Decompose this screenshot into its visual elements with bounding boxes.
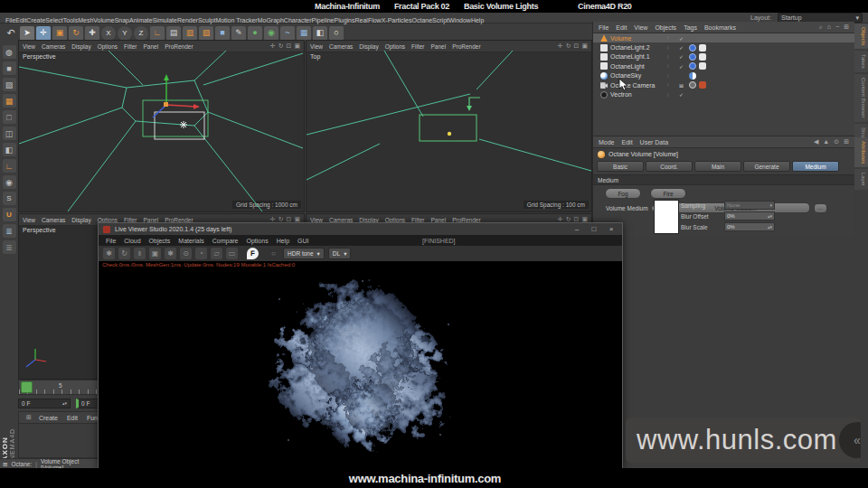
render-view-icon[interactable]: ▤: [166, 26, 181, 41]
lock-z-icon[interactable]: Z: [134, 26, 148, 41]
menu-item[interactable]: Volume: [93, 17, 114, 23]
object-row[interactable]: Octane Camera ⁞ ⊠: [593, 80, 854, 89]
camera-tool-icon[interactable]: ◧: [313, 26, 327, 41]
object-row[interactable]: OctaneLight ⁞ ✓: [593, 61, 854, 70]
enable-check[interactable]: ✓: [679, 91, 684, 98]
panel-icon[interactable]: ⊞: [844, 138, 849, 145]
fog-button[interactable]: Fog: [605, 188, 641, 199]
lv-copy-icon[interactable]: ▱: [211, 248, 222, 259]
orbit-icon[interactable]: ↻: [566, 42, 571, 50]
enable-check[interactable]: ✓: [679, 35, 684, 42]
layer-dots[interactable]: ⁞: [667, 82, 670, 88]
move-tool-icon[interactable]: ✛: [36, 26, 51, 41]
layer-dots[interactable]: ⁞: [667, 54, 670, 60]
object-tag[interactable]: [689, 44, 696, 52]
lv-menu-item[interactable]: Objects: [149, 238, 171, 244]
live-viewer-title-bar[interactable]: Live Viewer Studio 2020.1.4 (25 days lef…: [99, 223, 622, 235]
viewport-menu-item[interactable]: Cameras: [329, 43, 353, 50]
menu-item[interactable]: Script: [432, 17, 448, 23]
layer-dots[interactable]: ⁞: [667, 73, 670, 79]
minimize-icon[interactable]: −: [835, 23, 839, 31]
make-editable-icon[interactable]: ◍: [3, 45, 16, 59]
viewport-menu-item[interactable]: View: [310, 43, 323, 50]
model-mode-icon[interactable]: ■: [3, 61, 16, 75]
attribute-tab[interactable]: Coord.: [646, 161, 693, 172]
object-row[interactable]: Volume ⁞ ✓: [593, 33, 854, 42]
mm-menu-item[interactable]: Edit: [67, 415, 78, 421]
blur-scale-field[interactable]: 0% ▴▾: [724, 222, 775, 231]
render-picture-icon[interactable]: ▥: [183, 26, 197, 41]
panel-icon[interactable]: ⊞: [844, 23, 849, 31]
panel-tab[interactable]: Content Browser: [854, 74, 868, 122]
object-tag[interactable]: [689, 72, 696, 80]
lv-menu-item[interactable]: Compare: [212, 238, 239, 244]
scale-tool-icon[interactable]: ▣: [52, 26, 67, 41]
layer-dots[interactable]: ⁞: [667, 63, 670, 69]
mm-menu-item[interactable]: Create: [39, 415, 58, 421]
viewport-menu-item[interactable]: Filter: [124, 43, 137, 50]
attribute-tab[interactable]: Medium: [792, 161, 839, 172]
menu-item[interactable]: Help: [471, 17, 484, 23]
menu-item[interactable]: Octane: [412, 17, 433, 23]
panel-tab[interactable]: Attributes: [854, 137, 868, 167]
cube-primitive-icon[interactable]: ■: [215, 26, 230, 41]
menu-item[interactable]: Motion Tracker: [215, 17, 257, 23]
om-menu-item[interactable]: Edit: [616, 24, 627, 31]
attribute-tab[interactable]: Main: [694, 161, 741, 172]
maximize-icon[interactable]: ▣: [294, 42, 300, 50]
viewport-menu-item[interactable]: View: [23, 217, 35, 223]
object-tag[interactable]: [699, 53, 706, 61]
object-tag[interactable]: [699, 44, 706, 52]
axis-mode-icon[interactable]: ∟: [3, 159, 16, 173]
om-menu-item[interactable]: Objects: [655, 24, 676, 31]
menu-item[interactable]: Pipeline: [312, 17, 335, 23]
blur-offset-field[interactable]: 0% ▴▾: [724, 211, 775, 221]
menu-item[interactable]: File: [5, 17, 15, 23]
orbit-icon[interactable]: ↻: [278, 42, 284, 50]
layers-b-icon[interactable]: ≣: [3, 240, 16, 254]
lv-menu-item[interactable]: GUI: [297, 238, 308, 244]
viewport-menu-item[interactable]: Cameras: [42, 217, 65, 223]
lv-gear-icon[interactable]: ✱: [165, 248, 176, 259]
magnet-icon[interactable]: U: [3, 208, 16, 221]
attribute-tab[interactable]: Basic: [597, 161, 644, 172]
object-tag[interactable]: [689, 81, 696, 89]
up-icon[interactable]: ▲: [823, 138, 829, 145]
viewport-menu-item[interactable]: Cameras: [42, 43, 65, 50]
lv-menu-item[interactable]: File: [106, 238, 116, 244]
object-tag[interactable]: [689, 53, 696, 61]
maximize-button[interactable]: □: [588, 225, 600, 233]
layer-dots[interactable]: ⁞: [667, 35, 670, 41]
lv-menu-item[interactable]: Cloud: [124, 238, 140, 244]
spline-icon[interactable]: ~: [280, 26, 295, 41]
object-row[interactable]: OctaneSky ⁞: [593, 71, 854, 80]
sampling-dropdown[interactable]: None ▾: [724, 201, 775, 210]
viewport-menu-item[interactable]: Display: [71, 217, 90, 223]
pan-icon[interactable]: ✛: [558, 42, 563, 50]
menu-item[interactable]: X-Particles: [382, 17, 412, 23]
lv-pause-icon[interactable]: ‖: [134, 248, 146, 259]
pen-tool-icon[interactable]: ✎: [231, 26, 246, 41]
render-view[interactable]: [99, 268, 622, 469]
points-mode-icon[interactable]: □: [3, 110, 16, 124]
am-menu-item[interactable]: User Data: [640, 139, 669, 145]
attribute-tab[interactable]: Generate: [743, 161, 790, 172]
menu-item[interactable]: Animate: [129, 17, 153, 23]
panel-tab[interactable]: Takes: [854, 51, 868, 72]
viewport-top[interactable]: ViewCamerasDisplayOptionsFilterPanelProR…: [306, 40, 592, 212]
panel-tab[interactable]: Objects: [854, 23, 868, 49]
menu-item[interactable]: Sculpt: [198, 17, 215, 23]
menu-item[interactable]: Create: [26, 17, 45, 23]
object-tag[interactable]: [689, 62, 696, 70]
pin-icon[interactable]: ○: [268, 248, 279, 259]
home-icon[interactable]: ⌂: [827, 23, 831, 31]
more-button[interactable]: ...: [814, 203, 827, 213]
edges-mode-icon[interactable]: ◫: [3, 127, 16, 140]
lv-settings-icon[interactable]: ✱: [103, 248, 115, 259]
zoom-icon[interactable]: ⊡: [574, 42, 580, 50]
lock-y-icon[interactable]: Y: [118, 26, 132, 41]
lv-menu-item[interactable]: Help: [277, 238, 289, 244]
rotate-tool-icon[interactable]: ↻: [69, 26, 83, 41]
enable-check[interactable]: ✓: [679, 44, 684, 51]
render-settings-icon[interactable]: ▧: [199, 26, 213, 41]
